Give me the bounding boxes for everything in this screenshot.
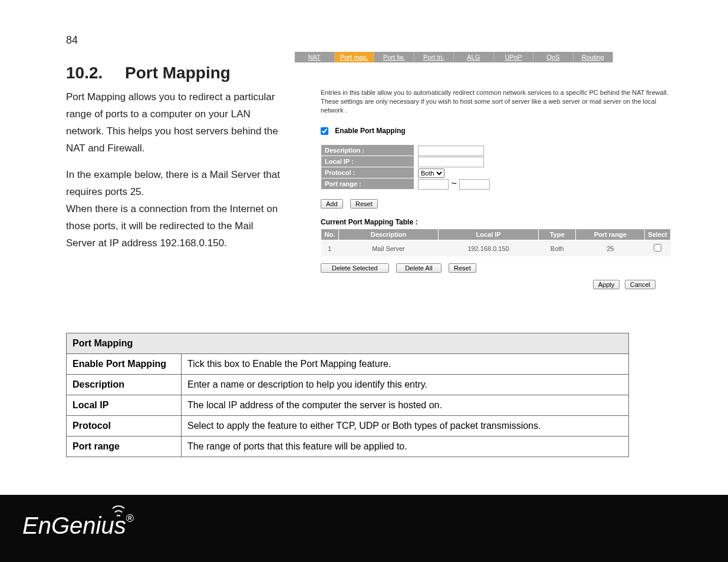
range-separator: ~ <box>451 178 456 189</box>
desc-text-0: Tick this box to Enable the Port Mapping… <box>182 354 629 375</box>
section-title: 10.2.Port Mapping <box>66 64 230 82</box>
port-range-from[interactable] <box>418 179 449 190</box>
desc-text-1: Enter a name or description to help you … <box>182 375 629 395</box>
th-ip: Local IP <box>439 229 539 240</box>
apply-button[interactable]: Apply <box>593 280 620 289</box>
cell-type: Both <box>538 240 576 257</box>
th-select: Select <box>645 229 671 240</box>
reset-button[interactable]: Reset <box>350 199 378 209</box>
tab-alg[interactable]: ALG <box>454 52 494 62</box>
cell-desc: Mail Server <box>338 240 439 257</box>
tab-qos[interactable]: QoS <box>533 52 574 62</box>
mapping-table: No. Description Local IP Type Port range… <box>321 229 671 256</box>
local-ip-label: Local IP : <box>321 156 414 167</box>
desc-text-2: The local IP address of the computer the… <box>182 395 629 416</box>
table-row: 1 Mail Server 192.168.0.150 Both 25 <box>321 240 671 257</box>
tab-port-tri[interactable]: Port tri. <box>414 52 454 62</box>
desc-label-0: Enable Port Mapping <box>67 354 182 375</box>
description-input[interactable] <box>418 146 484 156</box>
desc-label-2: Local IP <box>67 395 182 416</box>
port-range-label: Port range : <box>321 178 414 190</box>
page-number: 84 <box>66 34 78 47</box>
section-name: Port Mapping <box>125 64 230 82</box>
desc-label-4: Port range <box>67 437 182 457</box>
paragraph-2: In the example below, there is a Mail Se… <box>66 166 284 252</box>
row-select-checkbox[interactable] <box>654 244 661 252</box>
form-table: Description : Local IP : Protocol : Both… <box>321 144 490 190</box>
cancel-button[interactable]: Cancel <box>625 280 655 289</box>
desc-text-4: The range of ports that this feature wil… <box>182 437 629 457</box>
description-label: Description : <box>321 145 414 156</box>
paragraph-1: Port Mapping allows you to redirect a pa… <box>66 88 284 157</box>
enable-row: Enable Port Mapping <box>321 127 674 135</box>
th-type: Type <box>538 229 576 240</box>
desc-label-1: Description <box>67 375 182 395</box>
port-range-to[interactable] <box>459 179 490 190</box>
desc-text-3: Select to apply the feature to either TC… <box>182 416 629 437</box>
protocol-label: Protocol : <box>321 167 414 178</box>
cell-ip: 192.168.0.150 <box>439 240 539 257</box>
tab-port-fw[interactable]: Port fw. <box>374 52 414 62</box>
desc-header: Port Mapping <box>67 333 629 354</box>
protocol-select[interactable]: Both <box>418 168 444 178</box>
add-button[interactable]: Add <box>321 199 343 209</box>
tab-port-map[interactable]: Port map. <box>335 52 375 62</box>
tab-upnp[interactable]: UPnP <box>494 52 534 62</box>
delete-all-button[interactable]: Delete All <box>396 263 441 273</box>
screenshot-panel: NAT Port map. Port fw. Port tri. ALG UPn… <box>291 52 674 289</box>
desc-label-3: Protocol <box>67 416 182 437</box>
th-range: Port range <box>576 229 645 240</box>
cell-select <box>645 240 671 257</box>
section-number: 10.2. <box>66 64 125 82</box>
mapping-table-title: Current Port Mapping Table : <box>321 218 674 226</box>
enable-checkbox[interactable] <box>321 127 328 135</box>
cell-range: 25 <box>576 240 645 257</box>
delete-selected-button[interactable]: Delete Selected <box>321 263 389 273</box>
th-desc: Description <box>338 229 439 240</box>
th-no: No. <box>321 229 339 240</box>
tab-routing[interactable]: Routing <box>574 52 614 62</box>
cell-no: 1 <box>321 240 339 257</box>
tab-bar: NAT Port map. Port fw. Port tri. ALG UPn… <box>295 52 613 62</box>
tab-nat[interactable]: NAT <box>295 52 335 62</box>
footer: EnGenius® <box>0 495 728 562</box>
reset-table-button[interactable]: Reset <box>449 263 476 273</box>
enable-label: Enable Port Mapping <box>335 127 405 135</box>
description-table: Port Mapping Enable Port MappingTick thi… <box>66 333 629 457</box>
intro-text: Entries in this table allow you to autom… <box>321 88 668 115</box>
local-ip-input[interactable] <box>418 157 484 167</box>
